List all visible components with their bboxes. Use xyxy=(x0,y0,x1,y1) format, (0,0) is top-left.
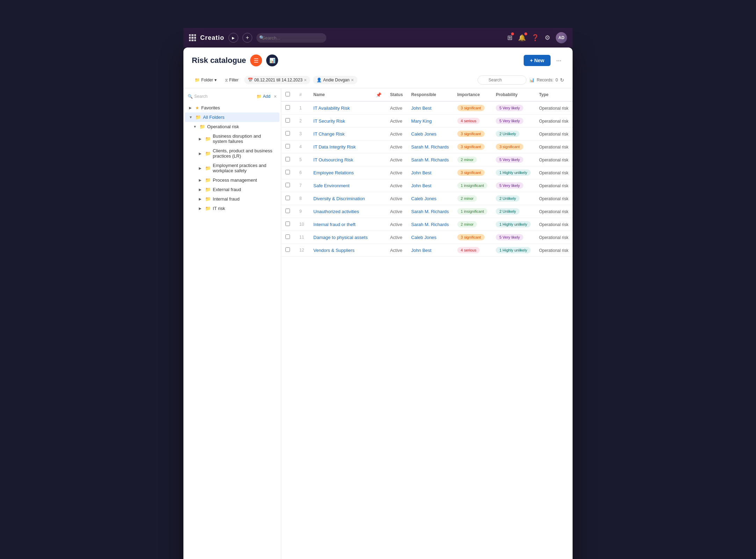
row-name[interactable]: Unauthorized activities xyxy=(309,205,372,218)
row-name[interactable]: Damage to physical assets xyxy=(309,231,372,244)
sidebar-add-button[interactable]: 📁 Add xyxy=(254,93,272,100)
apps-icon[interactable] xyxy=(189,34,196,41)
type-header[interactable]: Type xyxy=(535,88,573,101)
more-options-button[interactable]: ··· xyxy=(553,56,564,66)
filter-action-icon[interactable]: ⧖ xyxy=(267,115,270,119)
row-name[interactable]: Internal fraud or theft xyxy=(309,218,372,231)
row-checkbox-cell[interactable] xyxy=(281,244,295,257)
folder-filter-button[interactable]: 📁 Folder ▾ xyxy=(192,76,219,84)
risk-name-link[interactable]: Employee Relations xyxy=(313,170,354,175)
checkbox-header[interactable] xyxy=(281,88,295,101)
table-search-input[interactable] xyxy=(478,75,526,85)
importance-header[interactable]: Importance xyxy=(453,88,492,101)
row-responsible[interactable]: Sarah M. Richards xyxy=(407,140,453,153)
row-checkbox-cell[interactable] xyxy=(281,140,295,153)
probability-header[interactable]: Probability xyxy=(492,88,535,101)
name-header[interactable]: Name xyxy=(309,88,372,101)
risk-name-link[interactable]: IT Availability Risk xyxy=(313,106,350,111)
refresh-button[interactable]: ↻ xyxy=(560,77,564,83)
row-checkbox-cell[interactable] xyxy=(281,166,295,179)
risk-name-link[interactable]: Vendors & Suppliers xyxy=(313,248,355,253)
star-action-icon[interactable]: ☆ xyxy=(262,115,266,119)
sidebar-item-operational-risk[interactable]: ▼ 📁 Operational risk xyxy=(185,122,279,131)
row-responsible[interactable]: Caleb Jones xyxy=(407,128,453,140)
filter-button[interactable]: ⧖ Filter xyxy=(222,76,241,84)
row-checkbox[interactable] xyxy=(285,234,290,239)
sidebar-item-all-folders[interactable]: ▼ 📁 All Folders ☆ ⧖ ⋮ xyxy=(185,112,279,122)
risk-name-link[interactable]: Damage to physical assets xyxy=(313,235,368,240)
row-checkbox[interactable] xyxy=(285,209,290,213)
row-checkbox[interactable] xyxy=(285,170,290,174)
more-action-icon[interactable]: ⋮ xyxy=(271,115,275,119)
sidebar-item-clients[interactable]: ▶ 📁 Clients, product and business practi… xyxy=(185,146,279,161)
row-responsible[interactable]: John Best xyxy=(407,101,453,115)
row-checkbox-cell[interactable] xyxy=(281,231,295,244)
row-responsible[interactable]: Caleb Jones xyxy=(407,231,453,244)
select-all-checkbox[interactable] xyxy=(285,92,290,96)
settings-button[interactable]: ⚙ xyxy=(545,34,550,42)
sidebar-item-process[interactable]: ▶ 📁 Process management xyxy=(185,175,279,185)
status-header[interactable]: Status xyxy=(386,88,407,101)
sidebar-item-external-fraud[interactable]: ▶ 📁 External fraud xyxy=(185,185,279,194)
row-checkbox-cell[interactable] xyxy=(281,115,295,128)
risk-name-link[interactable]: Safe Environment xyxy=(313,183,349,188)
sidebar-item-favorites[interactable]: ▶ ★ Favorites xyxy=(185,103,279,112)
help-button[interactable]: ❓ xyxy=(531,34,539,42)
row-checkbox[interactable] xyxy=(285,105,290,110)
row-checkbox-cell[interactable] xyxy=(281,179,295,192)
row-responsible[interactable]: Sarah M. Richards xyxy=(407,218,453,231)
sidebar-item-it-risk[interactable]: ▶ 📁 IT risk xyxy=(185,204,279,213)
hub-icon-button[interactable]: ⊞ xyxy=(507,34,513,42)
row-checkbox[interactable] xyxy=(285,131,290,136)
responsible-header[interactable]: Responsible xyxy=(407,88,453,101)
risk-name-link[interactable]: IT Security Risk xyxy=(313,118,345,124)
row-responsible[interactable]: Caleb Jones xyxy=(407,192,453,205)
sidebar-item-employment[interactable]: ▶ 📁 Employment practices and workplace s… xyxy=(185,161,279,175)
risk-name-link[interactable]: IT Change Risk xyxy=(313,131,344,137)
play-button[interactable]: ▶ xyxy=(228,33,238,43)
user-filter-close[interactable]: × xyxy=(351,77,354,83)
row-checkbox[interactable] xyxy=(285,196,290,200)
risk-name-link[interactable]: Unauthorized activities xyxy=(313,209,359,214)
row-checkbox-cell[interactable] xyxy=(281,153,295,166)
row-name[interactable]: Employee Relations xyxy=(309,166,372,179)
risk-name-link[interactable]: Internal fraud or theft xyxy=(313,222,356,227)
row-responsible[interactable]: Mary King xyxy=(407,115,453,128)
row-responsible[interactable]: John Best xyxy=(407,179,453,192)
row-checkbox[interactable] xyxy=(285,118,290,123)
row-name[interactable]: Diversity & Discrimination xyxy=(309,192,372,205)
row-checkbox-cell[interactable] xyxy=(281,218,295,231)
row-checkbox-cell[interactable] xyxy=(281,101,295,115)
row-checkbox[interactable] xyxy=(285,222,290,226)
row-checkbox-cell[interactable] xyxy=(281,205,295,218)
chart-view-button[interactable]: 📊 xyxy=(266,55,278,66)
row-checkbox[interactable] xyxy=(285,183,290,187)
list-view-button[interactable]: ☰ xyxy=(250,55,262,66)
topbar-search-input[interactable] xyxy=(256,33,326,43)
date-filter-close[interactable]: × xyxy=(304,77,307,83)
row-responsible[interactable]: John Best xyxy=(407,244,453,257)
row-name[interactable]: IT Change Risk xyxy=(309,128,372,140)
row-checkbox-cell[interactable] xyxy=(281,128,295,140)
row-name[interactable]: Vendors & Suppliers xyxy=(309,244,372,257)
risk-name-link[interactable]: IT Data Integrity Risk xyxy=(313,144,356,150)
sidebar-item-bdsf[interactable]: ▶ 📁 Business disruption and system failu… xyxy=(185,131,279,146)
add-tab-button[interactable]: + xyxy=(242,33,252,43)
row-responsible[interactable]: Sarah M. Richards xyxy=(407,153,453,166)
new-button[interactable]: + New xyxy=(524,55,551,66)
sidebar-item-internal-fraud[interactable]: ▶ 📁 Internal fraud xyxy=(185,194,279,204)
row-checkbox[interactable] xyxy=(285,157,290,161)
sidebar-close-button[interactable]: × xyxy=(274,94,277,99)
row-name[interactable]: IT Security Risk xyxy=(309,115,372,128)
row-name[interactable]: IT Data Integrity Risk xyxy=(309,140,372,153)
user-avatar[interactable]: AD xyxy=(556,32,567,43)
sidebar-search-input[interactable] xyxy=(194,94,253,99)
row-checkbox-cell[interactable] xyxy=(281,192,295,205)
row-name[interactable]: IT Outsourcing Risk xyxy=(309,153,372,166)
row-responsible[interactable]: John Best xyxy=(407,166,453,179)
risk-name-link[interactable]: IT Outsourcing Risk xyxy=(313,157,353,162)
row-name[interactable]: IT Availability Risk xyxy=(309,101,372,115)
risk-name-link[interactable]: Diversity & Discrimination xyxy=(313,196,365,201)
row-checkbox[interactable] xyxy=(285,144,290,148)
row-checkbox[interactable] xyxy=(285,247,290,252)
